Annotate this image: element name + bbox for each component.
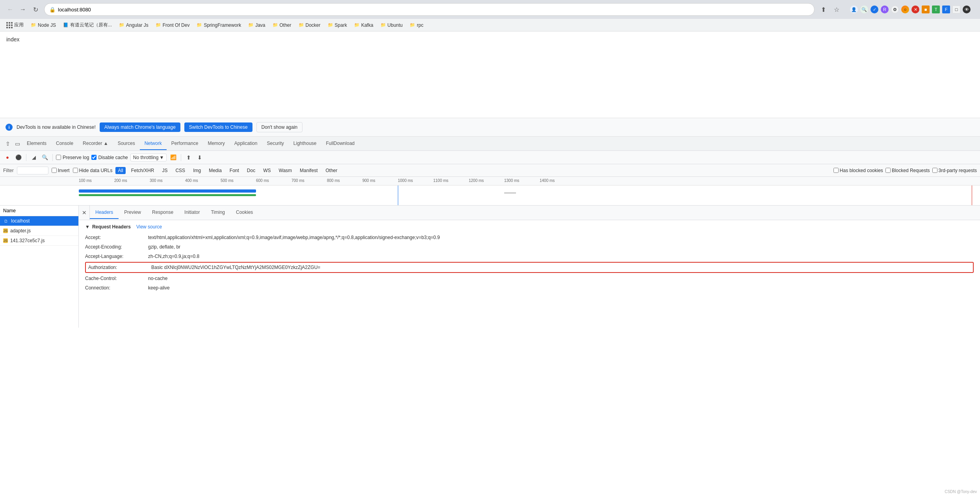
bookmark-youdao[interactable]: 📘 有道云笔记（原有... bbox=[60, 21, 115, 29]
ext-icon-7[interactable]: ✕ bbox=[911, 6, 919, 13]
tick-300ms: 300 ms bbox=[150, 178, 163, 183]
third-party-checkbox[interactable]: 3rd-party requests bbox=[932, 168, 977, 173]
device-icon[interactable]: ▭ bbox=[13, 139, 22, 148]
detail-tab-timing[interactable]: Timing bbox=[205, 206, 230, 219]
has-blocked-cookies-checkbox[interactable]: Has blocked cookies bbox=[833, 168, 883, 173]
ext-icon-10[interactable]: F bbox=[942, 6, 950, 13]
bookmark-frontofdev[interactable]: 📁 Front Of Dev bbox=[152, 22, 193, 29]
ext-icon-3[interactable]: ✓ bbox=[870, 6, 878, 13]
bookmark-label: Java bbox=[255, 22, 265, 28]
forward-button[interactable]: → bbox=[17, 4, 28, 15]
filter-font[interactable]: Font bbox=[227, 167, 241, 174]
filter-all[interactable]: All bbox=[115, 167, 125, 174]
bookmark-ubuntu[interactable]: 📁 Ubuntu bbox=[377, 22, 406, 29]
tab-application[interactable]: Application bbox=[230, 137, 262, 150]
always-match-button[interactable]: Always match Chrome's language bbox=[100, 122, 180, 132]
ext-icon-5[interactable]: ⚙ bbox=[891, 6, 899, 13]
blocked-requests-input[interactable] bbox=[885, 168, 891, 173]
filter-input[interactable] bbox=[17, 167, 48, 174]
reload-button[interactable]: ↻ bbox=[30, 4, 41, 15]
clear-button[interactable]: ⚫ bbox=[14, 153, 23, 162]
filter-manifest[interactable]: Manifest bbox=[297, 167, 320, 174]
upload-icon[interactable]: ⬆ bbox=[184, 153, 193, 162]
tab-sources[interactable]: Sources bbox=[113, 137, 140, 150]
bookmark-java[interactable]: 📁 Java bbox=[245, 22, 268, 29]
preserve-log-checkbox[interactable]: Preserve log bbox=[56, 155, 89, 160]
folder-icon: 📁 bbox=[273, 22, 278, 28]
file-item-chunk[interactable]: JS 141.327ce5c7.js bbox=[0, 236, 78, 246]
ext-icon-9[interactable]: T bbox=[932, 6, 940, 13]
bookmark-nodejs[interactable]: 📁 Node JS bbox=[28, 22, 59, 29]
filter-css[interactable]: CSS bbox=[173, 167, 187, 174]
detail-tab-headers[interactable]: Headers bbox=[90, 206, 119, 219]
tab-network[interactable]: Network bbox=[140, 137, 167, 150]
bookmark-angular[interactable]: 📁 Angular Js bbox=[116, 22, 152, 29]
ext-icon-11[interactable]: □ bbox=[952, 6, 960, 13]
folder-icon: 📁 bbox=[31, 22, 36, 28]
detail-tab-response[interactable]: Response bbox=[147, 206, 179, 219]
filter-wasm[interactable]: Wasm bbox=[277, 167, 295, 174]
ext-icon-8[interactable]: ■ bbox=[922, 6, 930, 13]
filter-js[interactable]: JS bbox=[160, 167, 170, 174]
ext-icon-4[interactable]: R bbox=[881, 6, 889, 13]
cursor-icon[interactable]: ⇧ bbox=[3, 139, 13, 148]
header-name: Authorization: bbox=[88, 264, 151, 271]
filter-doc[interactable]: Doc bbox=[245, 167, 258, 174]
filter-ws[interactable]: WS bbox=[261, 167, 273, 174]
bookmark-docker[interactable]: 📁 Docker bbox=[295, 22, 324, 29]
bookmark-kafka[interactable]: 📁 Kafka bbox=[351, 22, 377, 29]
hide-data-urls-checkbox[interactable]: Hide data URLs bbox=[73, 168, 113, 173]
search-icon[interactable]: 🔍 bbox=[41, 153, 49, 162]
extension-icons: 👤 🔍 ✓ R ⚙ ○ ✕ ■ T F □ 👁 bbox=[845, 5, 975, 14]
view-source-link[interactable]: View source bbox=[136, 224, 162, 230]
tab-fulldownload[interactable]: FullDownload bbox=[321, 137, 360, 150]
request-headers-section[interactable]: ▼ Request Headers View source bbox=[85, 224, 974, 230]
filter-icon[interactable]: ◢ bbox=[30, 153, 38, 162]
tab-console[interactable]: Console bbox=[51, 137, 78, 150]
blocked-requests-checkbox[interactable]: Blocked Requests bbox=[885, 168, 930, 173]
bookmark-apps[interactable]: 应用 bbox=[3, 21, 27, 29]
back-button[interactable]: ← bbox=[5, 4, 16, 15]
share-button[interactable]: ⬆ bbox=[818, 4, 829, 15]
close-detail-button[interactable]: ✕ bbox=[79, 206, 90, 220]
third-party-input[interactable] bbox=[932, 168, 937, 173]
filter-media[interactable]: Media bbox=[206, 167, 224, 174]
disable-cache-input[interactable] bbox=[91, 155, 97, 160]
hide-data-urls-input[interactable] bbox=[73, 168, 78, 173]
dont-show-again-button[interactable]: Don't show again bbox=[256, 122, 303, 132]
tab-recorder[interactable]: Recorder ▲ bbox=[78, 137, 113, 150]
throttle-dropdown[interactable]: No throttling ▼ bbox=[130, 154, 167, 161]
filter-img[interactable]: Img bbox=[191, 167, 203, 174]
invert-checkbox[interactable]: Invert bbox=[52, 168, 70, 173]
tab-security[interactable]: Security bbox=[262, 137, 288, 150]
switch-chinese-button[interactable]: Switch DevTools to Chinese bbox=[184, 122, 252, 132]
bookmark-other[interactable]: 📁 Other bbox=[269, 22, 295, 29]
wifi-icon[interactable]: 📶 bbox=[169, 153, 178, 162]
bookmark-spring[interactable]: 📁 SpringFramework bbox=[193, 22, 244, 29]
record-button[interactable]: ● bbox=[3, 153, 12, 162]
detail-tab-initiator[interactable]: Initiator bbox=[179, 206, 205, 219]
tab-lighthouse[interactable]: Lighthouse bbox=[289, 137, 321, 150]
ext-icon-6[interactable]: ○ bbox=[901, 6, 909, 13]
bookmark-rpc[interactable]: 📁 rpc bbox=[406, 22, 427, 29]
download-icon[interactable]: ⬇ bbox=[195, 153, 204, 162]
has-blocked-cookies-input[interactable] bbox=[833, 168, 839, 173]
ext-icon-2[interactable]: 🔍 bbox=[860, 6, 868, 13]
filter-fetch-xhr[interactable]: Fetch/XHR bbox=[129, 167, 157, 174]
bookmark-button[interactable]: ☆ bbox=[831, 4, 842, 15]
ext-icon-1[interactable]: 👤 bbox=[850, 6, 858, 13]
tab-elements[interactable]: Elements bbox=[22, 137, 51, 150]
ext-icon-12[interactable]: 👁 bbox=[963, 6, 971, 13]
preserve-log-input[interactable] bbox=[56, 155, 61, 160]
tab-performance[interactable]: Performance bbox=[167, 137, 203, 150]
bookmark-spark[interactable]: 📁 Spark bbox=[325, 22, 350, 29]
address-bar[interactable]: 🔒 localhost:8080 bbox=[44, 3, 815, 16]
disable-cache-checkbox[interactable]: Disable cache bbox=[91, 155, 128, 160]
filter-other[interactable]: Other bbox=[323, 167, 340, 174]
invert-input[interactable] bbox=[52, 168, 57, 173]
detail-tab-preview[interactable]: Preview bbox=[119, 206, 147, 219]
file-item-localhost[interactable]: 🗋 localhost bbox=[0, 216, 78, 226]
tab-memory[interactable]: Memory bbox=[203, 137, 229, 150]
file-item-adapter[interactable]: JS adapter.js bbox=[0, 226, 78, 236]
detail-tab-cookies[interactable]: Cookies bbox=[230, 206, 258, 219]
